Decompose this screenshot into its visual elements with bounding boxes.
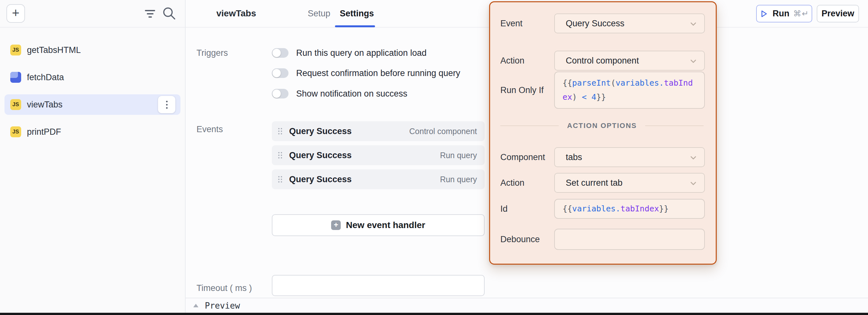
action-select-value: Control component [566, 56, 639, 66]
event-row-action: Control component [409, 127, 477, 136]
add-query-button[interactable]: + [6, 4, 25, 23]
resource-query-icon [10, 72, 21, 83]
plus-icon: + [12, 6, 19, 20]
query-sidebar: + JS getTabsHTML fetchData JS viewTabs [0, 0, 186, 313]
drag-handle-icon[interactable] [278, 128, 282, 135]
id-input[interactable]: {{variables.tabIndex}} [554, 199, 705, 219]
id-label: Id [500, 204, 508, 214]
drag-handle-icon[interactable] [278, 152, 282, 159]
popover-action-label: Action [500, 56, 524, 66]
tab-settings[interactable]: Settings [340, 9, 374, 19]
toggle-run-on-load[interactable] [272, 48, 288, 58]
toggle-confirmation[interactable] [272, 68, 288, 78]
plus-icon: + [331, 220, 341, 230]
code-line: ex) < 4}} [562, 90, 696, 104]
event-select-value: Query Success [566, 19, 624, 29]
active-tab-underline [335, 25, 375, 27]
query-list: JS getTabsHTML fetchData JS viewTabs JS … [0, 28, 185, 142]
toggle-notification[interactable] [272, 89, 288, 98]
events-label: Events [196, 124, 223, 135]
js-badge-icon: JS [10, 126, 21, 137]
collapse-up-icon [193, 304, 198, 307]
popover-event-label: Event [500, 18, 523, 29]
event-handler-row[interactable]: Query Success Control component [272, 121, 485, 141]
chevron-down-icon [689, 57, 698, 66]
new-event-handler-button[interactable]: + New event handler [272, 214, 485, 236]
run-button[interactable]: Run ⌘↵ [756, 5, 812, 23]
toggle-notification-label: Show notification on success [296, 89, 407, 99]
js-badge-icon: JS [10, 45, 21, 56]
component-action-select-value: Set current tab [566, 178, 622, 188]
run-shortcut-hint: ⌘↵ [793, 9, 809, 18]
component-action-label: Action [500, 178, 524, 188]
query-item-getTabsHTML[interactable]: JS getTabsHTML [4, 40, 181, 60]
triggers-label: Triggers [196, 48, 228, 58]
run-only-if-label: Run Only If [500, 85, 544, 95]
new-event-handler-label: New event handler [346, 220, 425, 230]
event-select[interactable]: Query Success [554, 13, 705, 33]
run-only-if-input[interactable]: {{parseInt(variables.tabInd ex) < 4}} [554, 71, 705, 109]
drag-handle-icon[interactable] [278, 176, 282, 182]
query-item-viewTabs[interactable]: JS viewTabs [4, 94, 181, 115]
chevron-down-icon [689, 20, 698, 29]
event-row-title: Query Success [289, 126, 352, 136]
query-item-printPDF[interactable]: JS printPDF [4, 121, 181, 142]
event-row-title: Query Success [289, 174, 352, 184]
preview-panel-toggle[interactable]: Preview [186, 298, 868, 313]
event-handler-row[interactable]: Query Success Run query [272, 145, 485, 165]
timeout-input[interactable] [272, 275, 485, 296]
app-root: + JS getTabsHTML fetchData JS viewTabs [0, 0, 868, 315]
js-badge-icon: JS [10, 99, 21, 110]
debounce-input[interactable] [554, 229, 705, 250]
event-handler-popover: Event Query Success Action Control compo… [489, 1, 717, 265]
query-item-fetchData[interactable]: fetchData [4, 67, 181, 88]
chevron-down-icon [689, 153, 698, 162]
event-row-action: Run query [440, 175, 477, 184]
event-row-action: Run query [440, 151, 477, 160]
query-name: fetchData [27, 73, 64, 82]
action-options-divider: ACTION OPTIONS [500, 122, 704, 130]
bottom-panel-edge [0, 313, 868, 315]
query-name: viewTabs [27, 100, 62, 110]
preview-panel-label: Preview [205, 301, 240, 311]
page-title: viewTabs [216, 8, 256, 19]
search-icon[interactable] [161, 6, 177, 23]
component-select[interactable]: tabs [554, 147, 705, 167]
debounce-label: Debounce [500, 234, 540, 245]
timeout-label: Timeout ( ms ) [196, 283, 252, 293]
component-label: Component [500, 152, 545, 162]
action-select[interactable]: Control component [554, 51, 705, 70]
component-select-value: tabs [566, 152, 582, 162]
component-action-select[interactable]: Set current tab [554, 173, 705, 193]
event-handler-row[interactable]: Query Success Run query [272, 169, 485, 189]
action-options-title: ACTION OPTIONS [567, 121, 637, 130]
run-label: Run [773, 9, 789, 19]
code-line: {{parseInt(variables.tabInd [562, 76, 696, 90]
query-name: printPDF [27, 127, 61, 137]
sidebar-topbar: + [0, 0, 185, 28]
toggle-run-on-load-label: Run this query on application load [296, 48, 427, 58]
query-menu-kebab-icon[interactable] [158, 96, 175, 113]
query-name: getTabsHTML [27, 45, 81, 55]
filter-icon[interactable] [144, 10, 156, 18]
chevron-down-icon [689, 179, 698, 188]
toggle-confirmation-label: Request confirmation before running quer… [296, 68, 460, 78]
tab-setup[interactable]: Setup [308, 9, 331, 19]
preview-button[interactable]: Preview [817, 5, 859, 23]
event-row-title: Query Success [289, 150, 352, 161]
play-icon [759, 9, 769, 19]
